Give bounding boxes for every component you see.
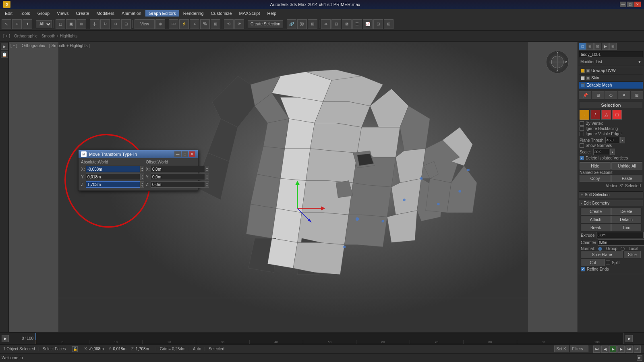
soft-selection-header[interactable]: + Soft Selection xyxy=(579,192,643,198)
face-btn[interactable]: △ xyxy=(601,110,611,120)
make-unique-btn[interactable]: ◇ xyxy=(605,91,617,99)
select-region-btn[interactable]: ▣ xyxy=(66,19,76,29)
off-y-input[interactable] xyxy=(151,174,205,180)
menu-tools[interactable]: Tools xyxy=(17,10,33,17)
menu-views[interactable]: Views xyxy=(54,10,72,17)
off-z-input[interactable] xyxy=(151,181,205,188)
move-btn[interactable]: ✛ xyxy=(90,19,99,29)
edit-geometry-header[interactable]: - Edit Geometry xyxy=(579,200,643,206)
viewport-shading-label[interactable]: Smooth + Highlights xyxy=(40,33,79,39)
show-end-result-btn[interactable]: ⊟ xyxy=(592,91,604,99)
show-normals-checkbox[interactable] xyxy=(580,143,584,148)
select-btn[interactable]: ◻ xyxy=(56,19,65,29)
group-radio[interactable] xyxy=(598,247,602,251)
prev-frame-btn[interactable]: ◀ xyxy=(601,345,609,353)
motion-tab[interactable]: ▶ xyxy=(602,43,609,50)
utilities-tab[interactable]: ⊟ xyxy=(609,43,617,50)
play-btn[interactable]: ▶ xyxy=(625,335,633,342)
viewport[interactable]: [ + ] Orthographic | Smooth + Highlights… xyxy=(9,42,578,332)
vertex-btn[interactable]: · xyxy=(580,110,589,120)
abs-y-spinner[interactable]: ▲ ▼ xyxy=(140,174,144,180)
object-name-input[interactable] xyxy=(579,51,643,58)
modifier-item-editable-mesh[interactable]: Editable Mesh xyxy=(579,82,643,89)
turn-btn[interactable]: Turn xyxy=(611,224,641,231)
dialog-title-bar[interactable]: M Move Transform Type-In — □ ✕ xyxy=(79,150,198,158)
skip-to-end-btn[interactable]: ⏭ xyxy=(625,345,633,353)
angle-snap-btn[interactable]: ∠ xyxy=(190,19,199,29)
hierarchy-tab[interactable]: ⊡ xyxy=(594,43,601,50)
display-tab[interactable]: ◻ xyxy=(579,43,586,50)
slice-plane-btn[interactable]: Slice Plane xyxy=(581,251,623,258)
play-anim-btn[interactable]: ▶ xyxy=(609,345,617,353)
filter-select[interactable]: All xyxy=(36,20,52,28)
close-button[interactable]: ✕ xyxy=(634,2,641,7)
slice-btn[interactable]: Slice xyxy=(624,251,641,258)
off-x-input[interactable] xyxy=(151,166,205,172)
modifier-item-uvw[interactable]: Unwrap UVW xyxy=(579,67,643,74)
menu-graph-editors[interactable]: Graph Editors xyxy=(145,10,179,17)
off-x-down[interactable]: ▼ xyxy=(205,169,209,172)
mini-anim-btn[interactable]: ▶ xyxy=(637,355,642,361)
abs-z-down[interactable]: ▼ xyxy=(141,184,144,187)
quick-align-btn[interactable]: ⊠ xyxy=(342,19,352,29)
cut-btn[interactable]: Cut xyxy=(581,259,605,266)
create-selection-btn[interactable]: Create Selection xyxy=(248,20,283,28)
scene-explorer-btn[interactable]: 📋 xyxy=(1,51,8,58)
off-x-up[interactable]: ▲ xyxy=(205,166,209,169)
scale-spinner[interactable]: ▲ xyxy=(610,149,615,155)
play-mode-btn[interactable]: ⟳ xyxy=(634,345,641,353)
timeline-track[interactable]: 0 10 20 30 40 50 60 70 80 90 100 xyxy=(35,333,624,344)
snap-btn[interactable]: ⚡ xyxy=(179,19,189,29)
align-btn[interactable]: ⊟ xyxy=(331,19,341,29)
scale-input[interactable] xyxy=(593,149,609,155)
pct-snap-btn[interactable]: % xyxy=(200,19,210,29)
mod-list-dropdown[interactable]: ▼ xyxy=(638,60,642,64)
spinner-snap-btn[interactable]: ⊞ xyxy=(211,19,220,29)
skip-to-start-btn[interactable]: ⏮ xyxy=(593,345,601,353)
menu-edit[interactable]: Edit xyxy=(2,10,16,17)
bind-btn[interactable]: ⊞ xyxy=(308,19,317,29)
undo-btn[interactable]: ⟲ xyxy=(224,19,234,29)
abs-x-up[interactable]: ▲ xyxy=(141,166,144,169)
chamfer-input[interactable] xyxy=(598,239,644,246)
off-y-down[interactable]: ▼ xyxy=(205,177,209,180)
off-x-spinner[interactable]: ▲ ▼ xyxy=(205,166,209,172)
unlink-btn[interactable]: ⛓ xyxy=(297,19,307,29)
abs-z-input[interactable] xyxy=(86,181,140,188)
squash-btn[interactable]: ⊟ xyxy=(121,19,131,29)
local-radio[interactable] xyxy=(621,247,625,251)
filters-btn[interactable]: Filters... xyxy=(570,345,588,352)
xref-btn[interactable]: ⊞ xyxy=(384,19,393,29)
dialog-minimize-btn[interactable]: — xyxy=(174,151,181,157)
refine-ends-checkbox[interactable] xyxy=(581,267,585,271)
menu-rendering[interactable]: Rendering xyxy=(180,10,207,17)
set-key-btn[interactable]: Set K. xyxy=(554,345,569,352)
menu-modifiers[interactable]: Modifiers xyxy=(93,10,118,17)
off-y-spinner[interactable]: ▲ ▼ xyxy=(205,174,209,180)
redo-btn[interactable]: ⟳ xyxy=(234,19,244,29)
menu-group[interactable]: Group xyxy=(34,10,53,17)
abs-x-input[interactable] xyxy=(86,166,140,172)
minimize-button[interactable]: — xyxy=(620,2,626,7)
pivot-btn[interactable]: ⊕ xyxy=(155,19,165,29)
plane-thresh-input[interactable] xyxy=(605,137,619,143)
play-prev-btn[interactable]: ▶ xyxy=(2,335,9,342)
lock-icon[interactable]: 🔒 xyxy=(72,346,78,352)
abs-x-spinner[interactable]: ▲ ▼ xyxy=(140,166,144,172)
viewport-view-label[interactable]: Orthographic xyxy=(12,33,39,39)
off-z-down[interactable]: ▼ xyxy=(205,184,209,187)
extrude-input[interactable] xyxy=(596,232,644,238)
abs-z-spinner[interactable]: ▲ ▼ xyxy=(140,181,144,188)
paste-btn[interactable]: Paste xyxy=(611,175,642,182)
copy-btn[interactable]: Copy xyxy=(580,175,611,182)
menu-create[interactable]: Create xyxy=(72,10,92,17)
off-y-up[interactable]: ▲ xyxy=(205,174,209,177)
abs-y-up[interactable]: ▲ xyxy=(141,174,144,177)
off-z-up[interactable]: ▲ xyxy=(205,182,209,184)
menu-help[interactable]: Help xyxy=(264,10,280,17)
curve-editor-btn[interactable]: 📈 xyxy=(363,19,373,29)
link-btn[interactable]: 🔗 xyxy=(287,19,296,29)
delete-btn[interactable]: Delete xyxy=(611,208,641,215)
schematic-btn[interactable]: ⊡ xyxy=(373,19,383,29)
abs-x-down[interactable]: ▼ xyxy=(141,169,144,172)
